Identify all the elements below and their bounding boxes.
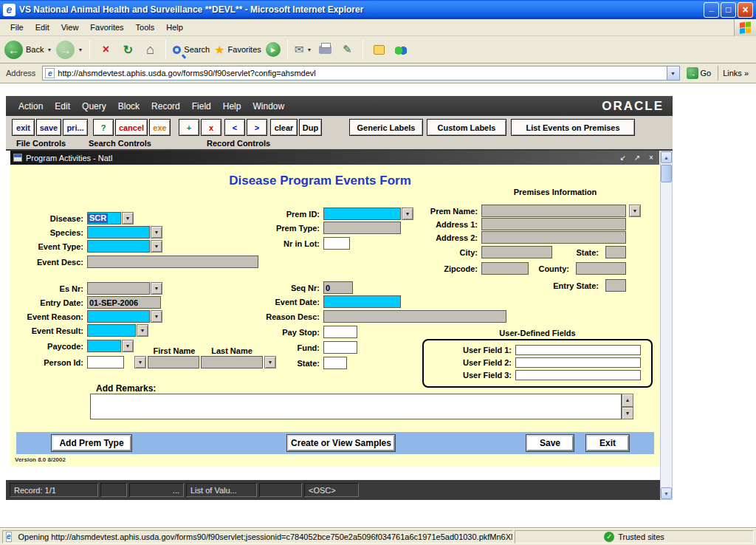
state-input[interactable] [323, 357, 347, 369]
person-id-input[interactable] [87, 356, 124, 369]
scrollbar-thumb[interactable] [661, 165, 672, 182]
es-nr-lov-button[interactable]: ▼ [151, 282, 162, 295]
discuss-icon [374, 45, 385, 55]
scroll-up-button[interactable]: ▲ [661, 151, 672, 163]
duplicate-record-button[interactable]: Dup [299, 119, 322, 136]
favorites-button[interactable]: ★ Favorites [214, 43, 261, 57]
forward-button[interactable]: → ▼ [56, 41, 83, 59]
print-button[interactable] [316, 40, 334, 59]
disease-lov-button[interactable]: ▼ [122, 212, 134, 224]
oracle-menu-record[interactable]: Record [146, 100, 185, 113]
oracle-menu-query[interactable]: Query [77, 100, 111, 113]
execute-toolbar-button[interactable]: exe [149, 119, 171, 136]
back-dropdown-icon[interactable]: ▼ [47, 47, 52, 52]
event-reason-lov-button[interactable]: ▼ [151, 310, 162, 323]
menu-file[interactable]: File [4, 21, 30, 34]
user-defined-fields-header: User-Defined Fields [422, 329, 653, 337]
discuss-button[interactable] [370, 40, 388, 59]
address-label: Address [3, 69, 38, 78]
oracle-menu-help[interactable]: Help [218, 100, 247, 113]
toolbar-separator [287, 40, 288, 59]
menu-edit[interactable]: Edit [30, 21, 55, 34]
delete-record-button[interactable]: x [201, 119, 221, 136]
user-field1-input[interactable] [515, 345, 641, 355]
species-input[interactable] [87, 226, 150, 239]
edit-button[interactable]: ✎ [338, 40, 356, 59]
event-reason-input[interactable] [87, 310, 150, 323]
mail-button[interactable]: ✉ ▼ [295, 43, 312, 56]
print-toolbar-button[interactable]: pri... [63, 119, 88, 136]
forward-dropdown-icon[interactable]: ▼ [78, 47, 83, 52]
messenger-button[interactable] [392, 40, 410, 59]
previous-record-button[interactable]: < [224, 119, 245, 136]
person-id-lov-button[interactable]: ▼ [134, 356, 146, 369]
links-button[interactable]: Links » [718, 66, 753, 80]
oracle-menu-action[interactable]: Action [13, 100, 48, 113]
exit-button[interactable]: Exit [586, 435, 629, 451]
mdi-window-titlebar[interactable]: Program Activities - Natl ↙ ↗ × [10, 151, 659, 165]
maximize-button[interactable]: □ [721, 2, 736, 18]
save-toolbar-button[interactable]: save [36, 119, 61, 136]
oracle-menu-field[interactable]: Field [187, 100, 216, 113]
cancel-toolbar-button[interactable]: cancel [115, 119, 148, 136]
user-field3-input[interactable] [515, 370, 641, 380]
go-button[interactable]: → Go [684, 67, 715, 79]
next-record-button[interactable]: > [247, 119, 267, 136]
state-row: State: [232, 357, 347, 369]
menu-tools[interactable]: Tools [130, 21, 161, 34]
menu-help[interactable]: Help [160, 21, 189, 34]
event-result-lov-button[interactable]: ▼ [137, 324, 148, 337]
pay-stop-input[interactable] [323, 326, 357, 338]
prem-name-label: Prem Name: [394, 207, 481, 216]
oracle-menu-block[interactable]: Block [113, 100, 145, 113]
oracle-menubar: Action Edit Query Block Record Field Hel… [6, 96, 673, 116]
add-prem-type-button[interactable]: Add Prem Type [52, 435, 131, 451]
custom-labels-button[interactable]: Custom Labels [427, 119, 506, 136]
oracle-menu-edit[interactable]: Edit [49, 100, 75, 113]
paycode-lov-button[interactable]: ▼ [122, 340, 134, 352]
back-button[interactable]: ← Back ▼ [4, 41, 52, 59]
insert-record-button[interactable]: + [179, 119, 199, 136]
close-button[interactable]: × [738, 2, 753, 18]
refresh-button[interactable]: ↻ [119, 40, 137, 59]
menu-view[interactable]: View [55, 21, 85, 34]
disease-input[interactable]: SCR [87, 212, 121, 224]
scroll-down-button[interactable]: ▼ [661, 487, 672, 499]
mdi-close-button[interactable]: × [646, 153, 656, 162]
menu-favorites[interactable]: Favorites [84, 21, 129, 34]
remarks-scroll-down-button[interactable]: ▼ [622, 407, 633, 420]
stop-button[interactable]: × [97, 40, 114, 59]
clear-record-button[interactable]: clear [270, 119, 298, 136]
home-button[interactable]: ⌂ [141, 40, 159, 59]
event-date-input[interactable] [323, 295, 401, 308]
toolbar-separator [165, 40, 166, 59]
fund-input[interactable] [323, 341, 357, 354]
species-lov-button[interactable]: ▼ [151, 226, 162, 239]
prem-id-input[interactable] [323, 208, 401, 220]
exit-toolbar-button[interactable]: exit [12, 119, 35, 136]
remarks-scroll-up-button[interactable]: ▲ [622, 394, 633, 407]
create-or-view-samples-button[interactable]: Create or View Samples [287, 435, 395, 451]
event-result-input[interactable] [87, 324, 136, 337]
address-input[interactable]: e http://ahsmdevtest.aphis.usda.gov/form… [42, 66, 679, 80]
nr-in-lot-input[interactable] [323, 237, 350, 250]
address-dropdown-button[interactable]: ▼ [667, 66, 679, 80]
user-field2-input[interactable] [515, 357, 641, 368]
mdi-restore-down-button[interactable]: ↙ [618, 153, 628, 162]
help-toolbar-button[interactable]: ? [93, 119, 114, 136]
applet-scrollbar[interactable]: ▲ ▼ [660, 151, 673, 500]
search-button[interactable]: Search [173, 45, 210, 54]
event-type-input[interactable] [87, 240, 150, 253]
save-button[interactable]: Save [526, 435, 574, 451]
generic-labels-button[interactable]: Generic Labels [349, 119, 423, 136]
media-button[interactable]: ▸ [266, 42, 281, 57]
event-type-lov-button[interactable]: ▼ [151, 240, 162, 253]
mdi-restore-up-button[interactable]: ↗ [632, 153, 642, 162]
paycode-input[interactable] [87, 340, 121, 352]
add-remarks-textarea[interactable] [90, 394, 622, 419]
mail-dropdown-icon[interactable]: ▼ [306, 47, 312, 52]
prem-name-lov-button[interactable]: ▼ [629, 205, 641, 217]
minimize-button[interactable]: _ [704, 2, 719, 18]
list-events-on-premises-button[interactable]: List Events on Premises [511, 119, 635, 136]
oracle-menu-window[interactable]: Window [247, 100, 289, 113]
